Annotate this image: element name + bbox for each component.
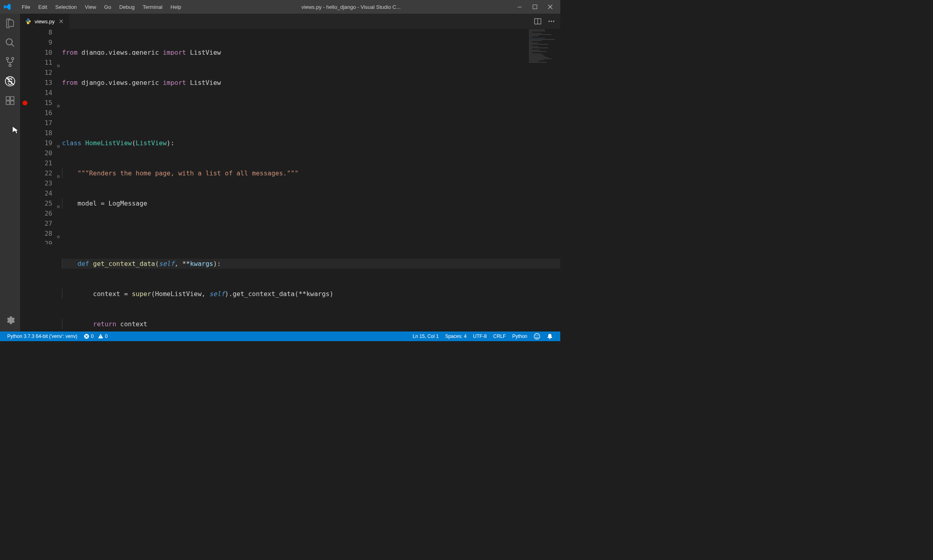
svg-point-3 — [6, 58, 8, 60]
window-controls — [517, 4, 553, 10]
svg-point-17 — [536, 335, 537, 336]
line-number[interactable]: 16 — [20, 108, 62, 118]
source-control-icon[interactable] — [4, 56, 16, 68]
line-number[interactable]: 27 — [20, 218, 62, 229]
activity-bar — [0, 14, 20, 331]
line-number[interactable]: 20 — [20, 148, 62, 158]
line-number[interactable]: 19⊟ — [20, 138, 62, 148]
fold-icon[interactable]: ⊟ — [56, 202, 60, 206]
error-icon — [84, 334, 89, 339]
svg-point-18 — [538, 335, 539, 336]
minimize-button[interactable] — [517, 4, 522, 10]
explorer-icon[interactable] — [4, 18, 16, 29]
fold-icon[interactable]: ⊟ — [56, 101, 60, 105]
fold-icon[interactable]: ⊟ — [56, 232, 60, 236]
svg-point-5 — [9, 64, 11, 66]
menu-edit[interactable]: Edit — [34, 2, 51, 12]
vscode-logo-icon — [3, 3, 11, 11]
breakpoint-icon[interactable] — [23, 101, 27, 105]
line-number[interactable]: 9 — [20, 37, 62, 47]
line-number[interactable]: 14 — [20, 88, 62, 98]
code-content[interactable]: from django.views.generic import ListVie… — [62, 29, 560, 331]
menubar: File Edit Selection View Go Debug Termin… — [18, 2, 185, 12]
line-number[interactable]: 11⊟ — [20, 58, 62, 68]
svg-rect-9 — [6, 101, 10, 105]
svg-rect-7 — [6, 97, 10, 100]
statusbar: Python 3.7.3 64-bit ('venv': venv) 0 0 L… — [0, 331, 560, 341]
line-number[interactable]: 12 — [20, 68, 62, 78]
line-number[interactable]: 25⊟ — [20, 198, 62, 208]
extensions-icon[interactable] — [4, 95, 16, 106]
editor-area: views.py 8 9 10 11⊟ 12 13 — [20, 14, 560, 331]
line-number[interactable]: 15⊟ — [20, 98, 62, 108]
menu-selection[interactable]: Selection — [51, 2, 81, 12]
line-number[interactable]: 23 — [20, 178, 62, 188]
line-number[interactable]: 8 — [20, 29, 62, 35]
menu-view[interactable]: View — [81, 2, 100, 12]
status-encoding[interactable]: UTF-8 — [470, 334, 490, 339]
fold-icon[interactable]: ⊟ — [56, 171, 60, 175]
menu-go[interactable]: Go — [100, 2, 115, 12]
svg-point-2 — [6, 39, 12, 45]
status-feedback-icon[interactable] — [530, 333, 543, 340]
menu-terminal[interactable]: Terminal — [138, 2, 166, 12]
line-number[interactable]: 28⊟ — [20, 229, 62, 239]
svg-rect-8 — [10, 97, 14, 100]
menu-debug[interactable]: Debug — [115, 2, 138, 12]
line-gutter[interactable]: 8 9 10 11⊟ 12 13 14 15⊟ 16 17 18 19⊟ 20 … — [20, 29, 62, 331]
close-button[interactable] — [547, 4, 553, 10]
svg-rect-10 — [10, 101, 14, 105]
line-number[interactable]: 18 — [20, 128, 62, 138]
svg-point-13 — [551, 21, 552, 22]
python-file-icon — [25, 18, 31, 25]
window-title: views.py - hello_django - Visual Studio … — [185, 4, 517, 10]
status-notifications-icon[interactable] — [543, 333, 556, 340]
line-number[interactable]: 21 — [20, 158, 62, 168]
split-editor-button[interactable] — [534, 17, 542, 25]
tab-label: views.py — [35, 19, 55, 25]
settings-gear-icon[interactable] — [4, 315, 16, 326]
more-actions-button[interactable] — [547, 17, 555, 25]
maximize-button[interactable] — [532, 4, 538, 10]
tab-close-button[interactable] — [58, 18, 64, 25]
status-eol[interactable]: CRLF — [490, 334, 509, 339]
tab-views-py[interactable]: views.py — [20, 14, 70, 29]
warning-icon — [98, 334, 103, 339]
line-number[interactable]: 29 — [20, 239, 62, 244]
svg-point-4 — [12, 58, 14, 60]
editor-tabs: views.py — [20, 14, 560, 29]
line-number[interactable]: 17 — [20, 118, 62, 128]
status-language[interactable]: Python — [509, 334, 530, 339]
search-icon[interactable] — [4, 37, 16, 48]
svg-point-14 — [553, 21, 554, 22]
menu-help[interactable]: Help — [167, 2, 186, 12]
svg-point-12 — [549, 21, 550, 22]
code-editor[interactable]: 8 9 10 11⊟ 12 13 14 15⊟ 16 17 18 19⊟ 20 … — [20, 29, 560, 331]
line-number[interactable]: 22⊟ — [20, 168, 62, 178]
svg-point-16 — [534, 334, 540, 339]
status-indentation[interactable]: Spaces: 4 — [442, 334, 470, 339]
status-python-env[interactable]: Python 3.7.3 64-bit ('venv': venv) — [4, 334, 81, 339]
line-number[interactable]: 24 — [20, 188, 62, 198]
minimap[interactable] — [528, 29, 560, 77]
line-number[interactable]: 10 — [20, 47, 62, 58]
titlebar: File Edit Selection View Go Debug Termin… — [0, 0, 560, 14]
menu-file[interactable]: File — [18, 2, 34, 12]
fold-icon[interactable]: ⊟ — [56, 61, 60, 65]
line-number[interactable]: 26 — [20, 208, 62, 218]
svg-rect-1 — [533, 5, 537, 9]
line-number[interactable]: 13 — [20, 78, 62, 88]
debug-icon[interactable] — [4, 76, 16, 87]
status-cursor-position[interactable]: Ln 15, Col 1 — [409, 334, 442, 339]
svg-rect-0 — [518, 7, 522, 7]
status-problems[interactable]: 0 0 — [81, 334, 111, 339]
fold-icon[interactable]: ⊟ — [56, 141, 60, 145]
